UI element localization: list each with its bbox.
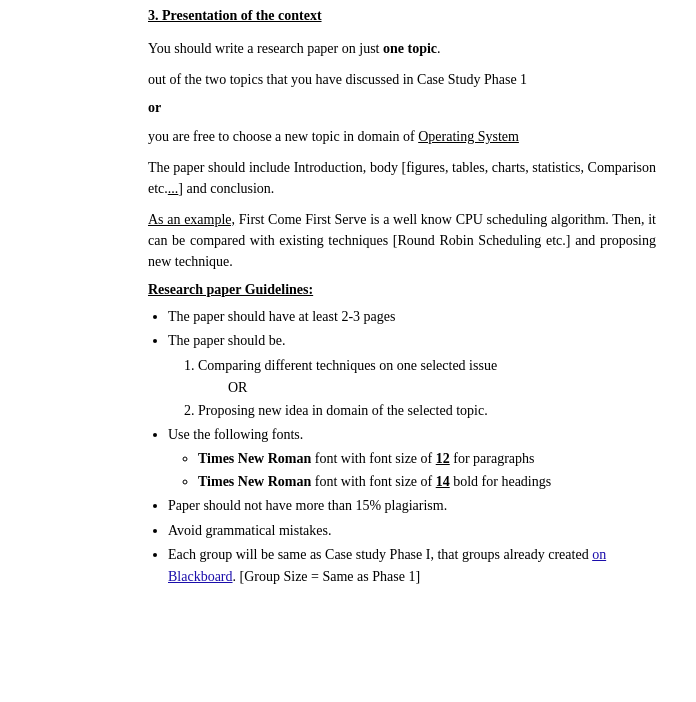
sub-item-1: Comparing different techniques on one se…: [198, 355, 656, 400]
operating-system-link[interactable]: Operating System: [418, 129, 519, 144]
paragraph-1: You should write a research paper on jus…: [148, 38, 656, 59]
paragraph-3-start: you are free to choose a new topic in do…: [148, 129, 418, 144]
guidelines-list: The paper should have at least 2-3 pages…: [148, 306, 656, 589]
bullet-6-end: . [Group Size = Same as Phase 1]: [233, 569, 421, 584]
guidelines-heading: Research paper Guidelines:: [148, 282, 656, 298]
sub-item-2: Proposing new idea in domain of the sele…: [198, 400, 656, 422]
bullet-item-2: The paper should be. Comparing different…: [168, 330, 656, 422]
circle-list: Times New Roman font with font size of 1…: [168, 448, 656, 493]
sub-ordered-list: Comparing different techniques on one se…: [168, 355, 656, 422]
tnr-bold-1: Times New Roman: [198, 451, 311, 466]
page-container: 3. Presentation of the context You shoul…: [0, 0, 696, 613]
tnr-bold-2: Times New Roman: [198, 474, 311, 489]
paragraph-4: The paper should include Introduction, b…: [148, 157, 656, 199]
bullet-item-6: Each group will be same as Case study Ph…: [168, 544, 656, 589]
bullet-item-3: Use the following fonts. Times New Roman…: [168, 424, 656, 493]
font-size-12: 12: [436, 451, 450, 466]
circle-1-suffix: for paragraphs: [450, 451, 535, 466]
bullet-item-5: Avoid grammatical mistakes.: [168, 520, 656, 542]
bullet-item-4: Paper should not have more than 15% plag…: [168, 495, 656, 517]
circle-2-prefix: font with font size of: [311, 474, 435, 489]
bullet-item-1: The paper should have at least 2-3 pages: [168, 306, 656, 328]
paragraph-1-text: You should write a research paper on jus…: [148, 41, 383, 56]
section-heading: 3. Presentation of the context: [148, 8, 322, 24]
circle-2-suffix: bold for headings: [450, 474, 551, 489]
paragraph-4-end: ] and conclusion.: [178, 181, 274, 196]
paragraph-5: As an example, First Come First Serve is…: [148, 209, 656, 272]
paragraph-2: out of the two topics that you have disc…: [148, 69, 656, 90]
paragraph-1-end: .: [437, 41, 441, 56]
one-topic-bold: one topic: [383, 41, 437, 56]
paragraph-3: you are free to choose a new topic in do…: [148, 126, 656, 147]
sub-or: OR: [198, 377, 656, 399]
or-text: or: [148, 100, 656, 116]
circle-item-1: Times New Roman font with font size of 1…: [198, 448, 656, 470]
circle-1-prefix: font with font size of: [311, 451, 435, 466]
as-an-example-link: As an example,: [148, 212, 235, 227]
bullet-6-start: Each group will be same as Case study Ph…: [168, 547, 592, 562]
circle-item-2: Times New Roman font with font size of 1…: [198, 471, 656, 493]
ellipsis-link: ...: [168, 181, 179, 196]
font-size-14: 14: [436, 474, 450, 489]
